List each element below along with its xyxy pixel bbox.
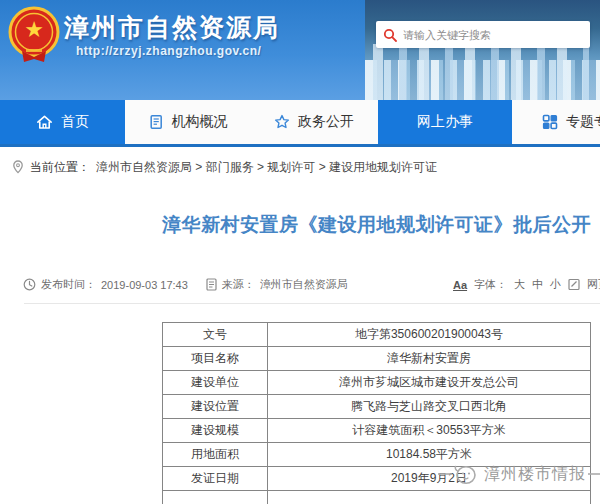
source-value: 漳州市自然资源局	[260, 277, 348, 292]
article-meta-right: Aa 字体： 大 中 小 网页纠错	[453, 277, 600, 292]
book-icon	[148, 114, 164, 130]
font-size-small-button[interactable]: 小	[550, 277, 561, 292]
nav-item-home[interactable]: 首页	[0, 100, 125, 144]
table-row-partial	[163, 491, 591, 504]
row-value: 腾飞路与芝山路交叉口西北角	[268, 395, 591, 419]
nav-item-label: 政务公开	[298, 113, 354, 131]
svg-text:★: ★	[24, 17, 44, 42]
publish-time-value: 2019-09-03 17:43	[101, 279, 188, 291]
table-row: 建设位置 腾飞路与芝山路交叉口西北角	[163, 395, 591, 419]
font-size-large-button[interactable]: 大	[514, 277, 525, 292]
breadcrumb: 当前位置： 漳州市自然资源局 > 部门服务 > 规划许可 > 建设用地规划许可证	[0, 150, 600, 184]
watermark-text: 漳州楼市情报	[484, 464, 586, 485]
nav-item-gov-disclosure[interactable]: 政务公开	[250, 100, 378, 144]
location-pin-icon	[12, 160, 24, 174]
nav-item-label: 专题专栏	[566, 113, 600, 131]
breadcrumb-path[interactable]: 漳州市自然资源局 > 部门服务 > 规划许可 > 建设用地规划许可证	[96, 159, 437, 176]
table-row: 项目名称 漳华新村安置房	[163, 347, 591, 371]
nav-item-label: 机构概况	[172, 113, 228, 131]
row-label: 文号	[163, 323, 268, 347]
row-label: 建设单位	[163, 371, 268, 395]
font-size-aa-button[interactable]: Aa	[453, 279, 467, 291]
font-size-label: 字体：	[474, 277, 507, 292]
page: ★ 漳州市自然资源局 http://zrzyj.zhangzhou.gov.cn…	[0, 0, 600, 504]
row-label: 发证日期	[163, 467, 268, 491]
home-icon	[36, 114, 53, 130]
page-title: 漳华新村安置房《建设用地规划许可证》批后公开	[162, 212, 600, 238]
nav-item-online-services[interactable]: 网上办事	[378, 100, 512, 144]
star-icon	[274, 114, 290, 130]
article-meta: 发布时间： 2019-09-03 17:43 来源： 漳州市自然资源局 Aa 字…	[23, 277, 600, 293]
source-label: 来源：	[222, 277, 255, 292]
table-row: 建设规模 计容建筑面积＜30553平方米	[163, 419, 591, 443]
breadcrumb-label: 当前位置：	[30, 159, 90, 176]
national-emblem-icon: ★	[8, 5, 60, 65]
nav-item-special-columns[interactable]: 专题专栏	[512, 100, 600, 144]
site-header: ★ 漳州市自然资源局 http://zrzyj.zhangzhou.gov.cn…	[0, 0, 600, 100]
row-value: 漳华新村安置房	[268, 347, 591, 371]
table-row: 文号 地字第350600201900043号	[163, 323, 591, 347]
grid-icon	[542, 114, 558, 130]
row-value: 地字第350600201900043号	[268, 323, 591, 347]
watermark-mascot-icon	[452, 461, 482, 487]
table-row: 建设单位 漳州市芗城区城市建设开发总公司	[163, 371, 591, 395]
watermark-line-left	[438, 473, 452, 475]
city-skyline-image	[365, 0, 600, 100]
watermark-line-right	[588, 473, 600, 475]
row-label: 项目名称	[163, 347, 268, 371]
search-icon[interactable]	[383, 28, 397, 42]
row-value: 漳州市芗城区城市建设开发总公司	[268, 371, 591, 395]
row-label: 用地面积	[163, 443, 268, 467]
font-size-medium-button[interactable]: 中	[532, 277, 543, 292]
watermark: 漳州楼市情报	[438, 458, 600, 490]
article-meta-left: 发布时间： 2019-09-03 17:43 来源： 漳州市自然资源局	[23, 277, 348, 292]
source-doc-icon	[206, 278, 217, 291]
search-input[interactable]	[403, 29, 583, 41]
row-label: 建设规模	[163, 419, 268, 443]
nav-item-label: 网上办事	[417, 113, 473, 131]
nav-item-organization[interactable]: 机构概况	[125, 100, 250, 144]
page-correction-link[interactable]: 网页纠错	[587, 277, 600, 292]
meta-divider	[24, 303, 600, 304]
search-box[interactable]	[376, 21, 590, 48]
publish-time-label: 发布时间：	[41, 277, 96, 292]
nav-item-label: 首页	[61, 113, 89, 131]
row-label: 建设位置	[163, 395, 268, 419]
site-url: http://zrzyj.zhangzhou.gov.cn/	[76, 44, 261, 58]
site-logo-link[interactable]: ★	[8, 5, 60, 65]
main-nav: 首页 机构概况 政务公开 网上办事	[0, 100, 600, 147]
clock-icon	[23, 278, 36, 291]
row-value: 计容建筑面积＜30553平方米	[268, 419, 591, 443]
site-title: 漳州市自然资源局	[64, 11, 280, 44]
page-correction-icon	[568, 278, 580, 291]
